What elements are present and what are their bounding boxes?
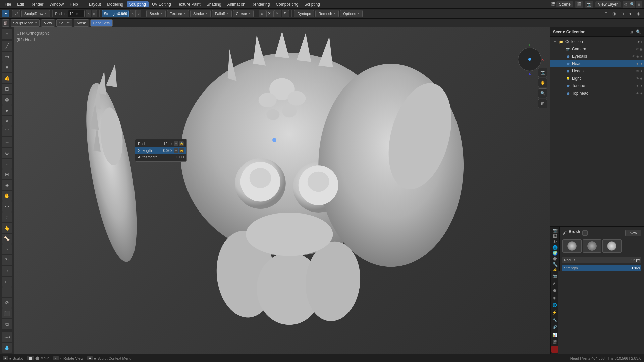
tophead-eye-icon[interactable]: 👁 <box>636 92 639 95</box>
snake-hook-tool[interactable]: ⤴ <box>2 212 12 222</box>
rpib-color[interactable] <box>551 346 558 353</box>
head-eye-icon[interactable]: 👁 <box>636 62 639 66</box>
outliner-item-tophead[interactable]: ⬟ Top head 👁 ✦ <box>550 89 644 97</box>
scene-icon[interactable]: 🎬 <box>575 1 583 8</box>
expand-tongue[interactable] <box>560 84 564 88</box>
eyeballs-eye-icon[interactable]: 👁 <box>632 55 636 58</box>
outliner-filter-icon[interactable]: ⊞ <box>628 29 634 35</box>
workspace-add[interactable]: + <box>323 1 331 7</box>
mask-menu-btn[interactable]: Mask <box>74 19 89 27</box>
outliner-search-icon[interactable]: 🔍 <box>635 29 641 35</box>
viewport-display-icon[interactable]: ⊡ <box>602 10 610 17</box>
smooth-tool[interactable]: ⌒ <box>2 126 12 136</box>
viewport-shading-icon[interactable]: ◑ <box>610 10 618 17</box>
stroke-menu-btn[interactable]: Stroke ▼ <box>190 10 211 17</box>
tongue-sculpt-icon[interactable]: ✦ <box>640 84 643 88</box>
rpib-constraints[interactable]: 🔗 <box>551 324 558 330</box>
clay-thumb-tool[interactable]: 👍 <box>2 73 12 83</box>
elastic-tool[interactable]: ⇔ <box>2 201 12 212</box>
light-eye-icon[interactable]: 👁 <box>636 77 639 80</box>
mask-tool[interactable]: ⬛ <box>2 308 12 318</box>
crease-tool[interactable]: ∧ <box>2 116 12 126</box>
strength-decrement[interactable]: ◁ <box>130 10 136 17</box>
expand-collection[interactable]: ▼ <box>553 40 557 44</box>
outliner-item-collection[interactable]: ▼ 📁 Collection 👁 ○ <box>550 38 644 45</box>
boundary-tool[interactable]: ⊏ <box>2 277 12 287</box>
workspace-modeling[interactable]: Modeling <box>104 1 126 7</box>
outliner-item-head[interactable]: ⬟ Head 👁 ✦ <box>550 60 644 67</box>
rpib-material[interactable]: ◉ <box>551 294 558 301</box>
axis-x-btn[interactable]: X <box>266 10 274 17</box>
menu-window[interactable]: Window <box>47 1 66 7</box>
multires-tool[interactable]: ⊞ <box>2 169 12 179</box>
menu-help[interactable]: Help <box>67 1 81 7</box>
symmetry-icon[interactable]: ⊞ <box>259 10 266 17</box>
heads-eye-icon[interactable]: 👁 <box>636 69 639 73</box>
rpib-object-data[interactable]: 📊 <box>551 331 558 338</box>
radius-edit-icon[interactable]: ✏ <box>174 141 178 146</box>
workspace-sculpting[interactable]: Sculpting <box>127 1 149 7</box>
options-btn[interactable]: Options ▼ <box>340 10 363 17</box>
falloff-menu-btn[interactable]: Falloff ▼ <box>212 10 232 17</box>
draw-tool[interactable]: ✦ <box>2 29 12 39</box>
pose-tool[interactable]: 🦴 <box>2 234 12 244</box>
thumb-tool[interactable]: 👆 <box>2 223 12 233</box>
menu-file[interactable]: File <box>2 1 14 7</box>
expand-head[interactable] <box>560 62 564 66</box>
collection-eye-icon[interactable]: 👁 <box>637 40 640 44</box>
outliner-item-heads[interactable]: ⬟ Heads 👁 ✦ <box>550 67 644 75</box>
mode-icon-active[interactable]: ✦ <box>2 10 9 17</box>
clay-strips-tool[interactable]: ≡ <box>2 62 12 72</box>
move-pan-btn[interactable]: ✋ <box>538 78 547 87</box>
settings-icon[interactable]: ⚙ <box>623 1 629 8</box>
view-layer-selector[interactable]: View Layer <box>595 1 621 7</box>
props-tab-particles[interactable]: ⚡ <box>550 268 560 271</box>
sculpt-menu-btn[interactable]: Sculpt <box>56 19 73 27</box>
mode-icon[interactable]: 🗿 <box>2 19 9 27</box>
workspace-scripting[interactable]: Scripting <box>302 1 323 7</box>
cloth-tool[interactable]: ⋮ <box>2 287 12 297</box>
props-tab-modifiers[interactable]: 🔧 <box>550 262 560 267</box>
expand-light[interactable] <box>560 76 564 80</box>
pinch-tool[interactable]: ◈ <box>2 180 12 190</box>
engine-selector[interactable]: Scene <box>556 1 573 7</box>
dyntopo-btn[interactable]: Dyntopo <box>294 10 314 17</box>
radius-lock-icon[interactable]: 🔒 <box>179 141 184 146</box>
light-render-icon[interactable]: ◉ <box>640 77 643 80</box>
tophead-sculpt-icon[interactable]: ✦ <box>640 92 643 95</box>
brush-grid-item-1[interactable] <box>562 239 582 253</box>
camera-render-icon[interactable]: ◉ <box>640 47 643 51</box>
rpib-modifier[interactable]: 🔧 <box>551 316 558 323</box>
rpib-scene[interactable]: 🎬 <box>551 339 558 345</box>
tongue-eye-icon[interactable]: 👁 <box>636 84 639 88</box>
face-set-tool[interactable]: ⧉ <box>2 319 12 329</box>
expand-heads[interactable] <box>560 69 564 73</box>
render-icon[interactable]: 📷 <box>585 1 593 8</box>
props-tab-world[interactable]: 🌍 <box>550 251 560 256</box>
draw-sharp-tool[interactable]: ╱ <box>2 41 12 51</box>
collection-select-icon[interactable]: ○ <box>641 40 643 44</box>
workspace-shading[interactable]: Shading <box>204 1 224 7</box>
outliner-item-eyeballs[interactable]: ⬟ Eyeballs 👁 ◉ ✦ <box>550 53 644 60</box>
strength-edit-icon[interactable]: ✏ <box>174 148 178 153</box>
brush-grid-item-3[interactable] <box>602 239 622 253</box>
rotate-tool[interactable]: ↻ <box>2 255 12 265</box>
rpib-brush[interactable]: 🖌 <box>551 280 558 286</box>
nudge-tool[interactable]: ⤿ <box>2 244 12 254</box>
move-transform-tool[interactable]: ⟿ <box>2 332 12 342</box>
clay-tool[interactable]: ▭ <box>2 52 12 62</box>
props-tab-view[interactable]: 👁 <box>550 239 560 244</box>
texture-menu-btn[interactable]: Texture ▼ <box>167 10 189 17</box>
viewport-wire-icon[interactable]: ◻ <box>619 10 626 17</box>
props-tab-output[interactable]: 🖼 <box>550 234 560 239</box>
fill-tool[interactable]: ⊕ <box>2 148 12 158</box>
brush-add-btn[interactable]: + <box>582 230 588 236</box>
gizmo-y-label[interactable]: Y <box>529 43 531 47</box>
rpib-camera[interactable]: 📷 <box>551 272 558 279</box>
grab-tool[interactable]: ✋ <box>2 191 12 201</box>
inflate-tool[interactable]: ◎ <box>2 95 12 105</box>
outliner-item-tongue[interactable]: ⬟ Tongue 👁 ✦ <box>550 82 644 89</box>
radius-input[interactable]: 12 px <box>68 10 85 17</box>
menu-edit[interactable]: Edit <box>14 1 27 7</box>
slide-relax-tool[interactable]: ↔ <box>2 266 12 276</box>
